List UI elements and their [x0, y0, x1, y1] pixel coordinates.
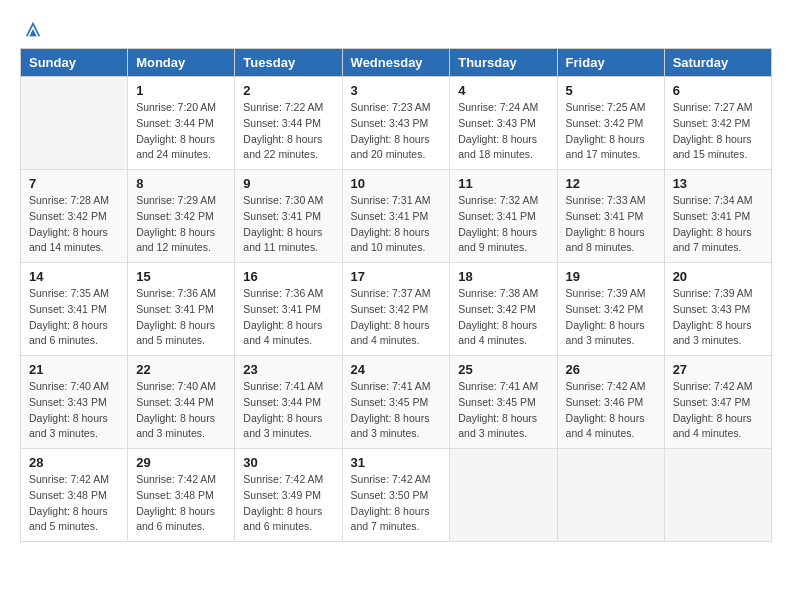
calendar-cell: 20Sunrise: 7:39 AM Sunset: 3:43 PM Dayli…	[664, 263, 771, 356]
day-info: Sunrise: 7:39 AM Sunset: 3:43 PM Dayligh…	[673, 286, 763, 349]
day-number: 3	[351, 83, 442, 98]
day-info: Sunrise: 7:40 AM Sunset: 3:43 PM Dayligh…	[29, 379, 119, 442]
day-info: Sunrise: 7:41 AM Sunset: 3:45 PM Dayligh…	[351, 379, 442, 442]
calendar-cell: 10Sunrise: 7:31 AM Sunset: 3:41 PM Dayli…	[342, 170, 450, 263]
day-info: Sunrise: 7:29 AM Sunset: 3:42 PM Dayligh…	[136, 193, 226, 256]
logo-icon	[24, 20, 42, 38]
calendar-cell: 26Sunrise: 7:42 AM Sunset: 3:46 PM Dayli…	[557, 356, 664, 449]
logo	[20, 20, 42, 38]
day-info: Sunrise: 7:42 AM Sunset: 3:48 PM Dayligh…	[29, 472, 119, 535]
calendar-cell: 31Sunrise: 7:42 AM Sunset: 3:50 PM Dayli…	[342, 449, 450, 542]
calendar-day-header: Sunday	[21, 49, 128, 77]
day-number: 15	[136, 269, 226, 284]
day-number: 16	[243, 269, 333, 284]
calendar-cell: 25Sunrise: 7:41 AM Sunset: 3:45 PM Dayli…	[450, 356, 557, 449]
calendar-cell: 9Sunrise: 7:30 AM Sunset: 3:41 PM Daylig…	[235, 170, 342, 263]
calendar-table: SundayMondayTuesdayWednesdayThursdayFrid…	[20, 48, 772, 542]
day-number: 4	[458, 83, 548, 98]
day-number: 8	[136, 176, 226, 191]
day-info: Sunrise: 7:24 AM Sunset: 3:43 PM Dayligh…	[458, 100, 548, 163]
day-number: 24	[351, 362, 442, 377]
calendar-cell: 18Sunrise: 7:38 AM Sunset: 3:42 PM Dayli…	[450, 263, 557, 356]
day-number: 22	[136, 362, 226, 377]
day-info: Sunrise: 7:20 AM Sunset: 3:44 PM Dayligh…	[136, 100, 226, 163]
calendar-cell: 24Sunrise: 7:41 AM Sunset: 3:45 PM Dayli…	[342, 356, 450, 449]
calendar-cell	[21, 77, 128, 170]
calendar-cell: 15Sunrise: 7:36 AM Sunset: 3:41 PM Dayli…	[128, 263, 235, 356]
day-number: 29	[136, 455, 226, 470]
calendar-cell: 5Sunrise: 7:25 AM Sunset: 3:42 PM Daylig…	[557, 77, 664, 170]
calendar-cell: 22Sunrise: 7:40 AM Sunset: 3:44 PM Dayli…	[128, 356, 235, 449]
day-number: 21	[29, 362, 119, 377]
day-number: 20	[673, 269, 763, 284]
day-number: 2	[243, 83, 333, 98]
calendar-cell: 19Sunrise: 7:39 AM Sunset: 3:42 PM Dayli…	[557, 263, 664, 356]
day-info: Sunrise: 7:42 AM Sunset: 3:49 PM Dayligh…	[243, 472, 333, 535]
day-number: 25	[458, 362, 548, 377]
calendar-week-row: 21Sunrise: 7:40 AM Sunset: 3:43 PM Dayli…	[21, 356, 772, 449]
day-info: Sunrise: 7:38 AM Sunset: 3:42 PM Dayligh…	[458, 286, 548, 349]
day-number: 28	[29, 455, 119, 470]
day-number: 27	[673, 362, 763, 377]
calendar-cell: 16Sunrise: 7:36 AM Sunset: 3:41 PM Dayli…	[235, 263, 342, 356]
calendar-week-row: 1Sunrise: 7:20 AM Sunset: 3:44 PM Daylig…	[21, 77, 772, 170]
calendar-cell: 29Sunrise: 7:42 AM Sunset: 3:48 PM Dayli…	[128, 449, 235, 542]
day-info: Sunrise: 7:36 AM Sunset: 3:41 PM Dayligh…	[243, 286, 333, 349]
calendar-day-header: Thursday	[450, 49, 557, 77]
calendar-cell: 11Sunrise: 7:32 AM Sunset: 3:41 PM Dayli…	[450, 170, 557, 263]
calendar-cell: 13Sunrise: 7:34 AM Sunset: 3:41 PM Dayli…	[664, 170, 771, 263]
calendar-cell: 14Sunrise: 7:35 AM Sunset: 3:41 PM Dayli…	[21, 263, 128, 356]
day-number: 9	[243, 176, 333, 191]
day-number: 7	[29, 176, 119, 191]
day-number: 30	[243, 455, 333, 470]
day-number: 1	[136, 83, 226, 98]
day-info: Sunrise: 7:23 AM Sunset: 3:43 PM Dayligh…	[351, 100, 442, 163]
calendar-body: 1Sunrise: 7:20 AM Sunset: 3:44 PM Daylig…	[21, 77, 772, 542]
day-info: Sunrise: 7:22 AM Sunset: 3:44 PM Dayligh…	[243, 100, 333, 163]
day-info: Sunrise: 7:40 AM Sunset: 3:44 PM Dayligh…	[136, 379, 226, 442]
calendar-week-row: 28Sunrise: 7:42 AM Sunset: 3:48 PM Dayli…	[21, 449, 772, 542]
calendar-day-header: Tuesday	[235, 49, 342, 77]
calendar-cell	[450, 449, 557, 542]
day-info: Sunrise: 7:37 AM Sunset: 3:42 PM Dayligh…	[351, 286, 442, 349]
day-number: 10	[351, 176, 442, 191]
day-info: Sunrise: 7:42 AM Sunset: 3:48 PM Dayligh…	[136, 472, 226, 535]
day-number: 11	[458, 176, 548, 191]
day-info: Sunrise: 7:41 AM Sunset: 3:44 PM Dayligh…	[243, 379, 333, 442]
day-info: Sunrise: 7:28 AM Sunset: 3:42 PM Dayligh…	[29, 193, 119, 256]
calendar-header-row: SundayMondayTuesdayWednesdayThursdayFrid…	[21, 49, 772, 77]
day-info: Sunrise: 7:30 AM Sunset: 3:41 PM Dayligh…	[243, 193, 333, 256]
day-number: 23	[243, 362, 333, 377]
calendar-cell: 30Sunrise: 7:42 AM Sunset: 3:49 PM Dayli…	[235, 449, 342, 542]
day-number: 19	[566, 269, 656, 284]
calendar-week-row: 14Sunrise: 7:35 AM Sunset: 3:41 PM Dayli…	[21, 263, 772, 356]
calendar-cell	[557, 449, 664, 542]
day-info: Sunrise: 7:31 AM Sunset: 3:41 PM Dayligh…	[351, 193, 442, 256]
day-info: Sunrise: 7:27 AM Sunset: 3:42 PM Dayligh…	[673, 100, 763, 163]
day-info: Sunrise: 7:32 AM Sunset: 3:41 PM Dayligh…	[458, 193, 548, 256]
calendar-day-header: Wednesday	[342, 49, 450, 77]
day-number: 26	[566, 362, 656, 377]
day-number: 13	[673, 176, 763, 191]
calendar-cell: 6Sunrise: 7:27 AM Sunset: 3:42 PM Daylig…	[664, 77, 771, 170]
calendar-day-header: Saturday	[664, 49, 771, 77]
page-header	[20, 20, 772, 38]
calendar-day-header: Friday	[557, 49, 664, 77]
calendar-cell: 1Sunrise: 7:20 AM Sunset: 3:44 PM Daylig…	[128, 77, 235, 170]
day-info: Sunrise: 7:39 AM Sunset: 3:42 PM Dayligh…	[566, 286, 656, 349]
day-info: Sunrise: 7:33 AM Sunset: 3:41 PM Dayligh…	[566, 193, 656, 256]
day-number: 18	[458, 269, 548, 284]
calendar-cell: 7Sunrise: 7:28 AM Sunset: 3:42 PM Daylig…	[21, 170, 128, 263]
day-info: Sunrise: 7:42 AM Sunset: 3:46 PM Dayligh…	[566, 379, 656, 442]
calendar-cell: 17Sunrise: 7:37 AM Sunset: 3:42 PM Dayli…	[342, 263, 450, 356]
day-number: 17	[351, 269, 442, 284]
calendar-cell: 21Sunrise: 7:40 AM Sunset: 3:43 PM Dayli…	[21, 356, 128, 449]
day-number: 31	[351, 455, 442, 470]
calendar-cell: 28Sunrise: 7:42 AM Sunset: 3:48 PM Dayli…	[21, 449, 128, 542]
calendar-cell: 4Sunrise: 7:24 AM Sunset: 3:43 PM Daylig…	[450, 77, 557, 170]
day-number: 14	[29, 269, 119, 284]
calendar-cell	[664, 449, 771, 542]
calendar-cell: 3Sunrise: 7:23 AM Sunset: 3:43 PM Daylig…	[342, 77, 450, 170]
day-info: Sunrise: 7:25 AM Sunset: 3:42 PM Dayligh…	[566, 100, 656, 163]
calendar-cell: 12Sunrise: 7:33 AM Sunset: 3:41 PM Dayli…	[557, 170, 664, 263]
